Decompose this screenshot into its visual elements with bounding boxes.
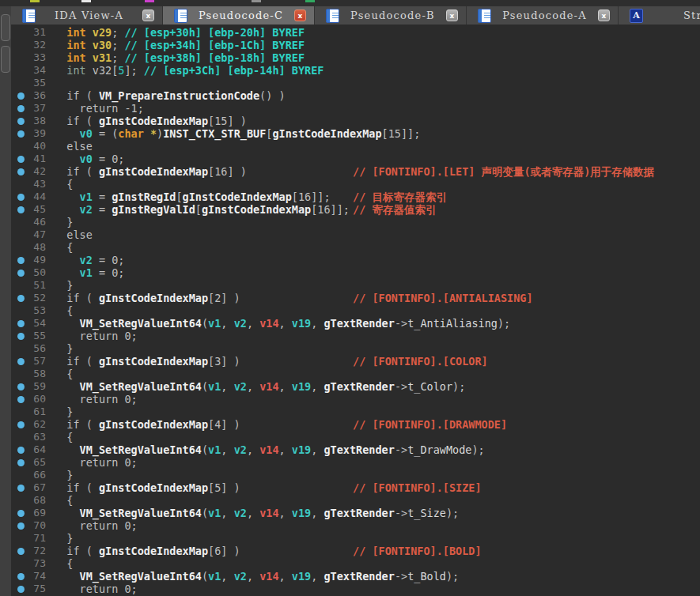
code-line[interactable]: 68 { (11, 494, 700, 507)
tab-pseudocode-b[interactable]: Pseudocode-Bx (315, 6, 467, 25)
code-line[interactable]: 56 } (11, 342, 700, 355)
code-line[interactable]: 54 VM_SetRegValueInt64(v1, v2, v14, v19,… (11, 317, 700, 330)
code-line[interactable]: 62 if ( gInstCodeIndexMap[4] )// [FONTIN… (11, 418, 700, 431)
code-line[interactable]: 67 if ( gInstCodeIndexMap[5] )// [FONTIN… (11, 481, 700, 494)
code-text[interactable]: } (54, 406, 73, 418)
code-text[interactable]: if ( VM_PrepareInstructionCode() ) (54, 89, 286, 102)
code-text[interactable]: int v32[5]; // [esp+3Ch] [ebp-14h] BYREF (54, 64, 324, 77)
code-text[interactable]: VM_SetRegValueInt64(v1, v2, v14, v19, gT… (54, 317, 510, 330)
code-text[interactable]: if ( gInstCodeIndexMap[5] ) (54, 481, 240, 494)
code-text[interactable]: } (54, 342, 73, 355)
code-text[interactable]: if ( gInstCodeIndexMap[2] ) (54, 292, 240, 304)
code-line[interactable]: 41 v0 = 0; (11, 153, 700, 165)
code-text[interactable]: VM_SetRegValueInt64(v1, v2, v14, v19, gT… (54, 443, 485, 456)
code-line[interactable]: 73 { (11, 557, 700, 570)
code-text[interactable]: } (54, 216, 73, 228)
code-text[interactable]: { (54, 241, 73, 254)
code-line[interactable]: 47 else (11, 228, 700, 241)
code-text[interactable]: return 0; (54, 583, 138, 595)
code-line[interactable]: 75 return 0; (11, 583, 700, 595)
code-line[interactable]: 49 v2 = 0; (11, 254, 700, 266)
code-text[interactable]: VM_SetRegValueInt64(v1, v2, v14, v19, gT… (54, 570, 459, 583)
code-line[interactable]: 70 return 0; (11, 519, 700, 532)
code-text[interactable]: int v31; // [esp+38h] [ebp-18h] BYREF (54, 51, 305, 64)
code-text[interactable]: { (54, 494, 73, 507)
code-line[interactable]: 34 int v32[5]; // [esp+3Ch] [ebp-14h] BY… (11, 64, 700, 77)
code-line[interactable]: 74 VM_SetRegValueInt64(v1, v2, v14, v19,… (11, 570, 700, 583)
tab-close-icon[interactable]: x (142, 9, 154, 21)
code-text[interactable]: v1 = gInstRegId[gInstCodeIndexMap[16]]; (54, 190, 331, 203)
splitter-handle[interactable] (1, 46, 10, 73)
code-text[interactable]: return 0; (54, 393, 138, 406)
code-text[interactable]: VM_SetRegValueInt64(v1, v2, v14, v19, gT… (54, 507, 459, 519)
pseudocode-editor[interactable]: 31 int v29; // [esp+30h] [ebp-20h] BYREF… (11, 25, 700, 596)
code-text[interactable]: } (54, 532, 73, 545)
tab-close-icon[interactable]: x (294, 9, 306, 21)
code-line[interactable]: 69 VM_SetRegValueInt64(v1, v2, v14, v19,… (11, 507, 700, 519)
code-line[interactable]: 53 { (11, 304, 700, 317)
code-line[interactable]: 40 else (11, 140, 700, 153)
code-line[interactable]: 55 return 0; (11, 330, 700, 342)
code-line[interactable]: 63 { (11, 431, 700, 443)
code-line[interactable]: 59 VM_SetRegValueInt64(v1, v2, v14, v19,… (11, 380, 700, 393)
code-line[interactable]: 38 if ( gInstCodeIndexMap[15] ) (11, 115, 700, 127)
code-line[interactable]: 33 int v31; // [esp+38h] [ebp-18h] BYREF (11, 51, 700, 64)
code-text[interactable]: if ( gInstCodeIndexMap[4] ) (54, 418, 240, 431)
code-line[interactable]: 64 VM_SetRegValueInt64(v1, v2, v14, v19,… (11, 443, 700, 456)
code-text[interactable]: else (54, 228, 93, 241)
tab-ida-view-a[interactable]: IDA View-Ax (11, 6, 163, 25)
code-line[interactable]: 71 } (11, 532, 700, 545)
code-text[interactable]: v0 = (char *)INST_CTX_STR_BUF[gInstCodeI… (54, 127, 420, 140)
code-text[interactable]: v0 = 0; (54, 153, 124, 165)
code-line[interactable]: 37 return -1; (11, 102, 700, 115)
code-text[interactable]: v1 = 0; (54, 266, 124, 279)
code-text[interactable]: return 0; (54, 519, 138, 532)
code-text[interactable]: else (54, 140, 93, 153)
tab-pseudocode-a[interactable]: Pseudocode-Ax (467, 6, 619, 25)
code-text[interactable]: int v29; // [esp+30h] [ebp-20h] BYREF (54, 26, 305, 39)
code-line[interactable]: 32 int v30; // [esp+34h] [ebp-1Ch] BYREF (11, 39, 700, 51)
tab-structu[interactable]: AStructu (619, 6, 700, 25)
code-line[interactable]: 35 (11, 77, 700, 89)
code-text[interactable]: { (54, 557, 73, 570)
code-text[interactable]: return 0; (54, 330, 138, 342)
code-text[interactable]: if ( gInstCodeIndexMap[6] ) (54, 545, 240, 557)
code-text[interactable]: if ( gInstCodeIndexMap[3] ) (54, 355, 240, 368)
code-line[interactable]: 66 } (11, 469, 700, 481)
code-line[interactable]: 44 v1 = gInstRegId[gInstCodeIndexMap[16]… (11, 190, 700, 203)
code-line[interactable]: 36 if ( VM_PrepareInstructionCode() ) (11, 89, 700, 102)
code-text[interactable]: return 0; (54, 456, 138, 469)
code-line[interactable]: 58 { (11, 368, 700, 380)
code-text[interactable]: int v30; // [esp+34h] [ebp-1Ch] BYREF (54, 39, 305, 51)
tab-close-icon[interactable]: x (598, 9, 610, 21)
code-line[interactable]: 52 if ( gInstCodeIndexMap[2] )// [FONTIN… (11, 292, 700, 304)
code-line[interactable]: 39 v0 = (char *)INST_CTX_STR_BUF[gInstCo… (11, 127, 700, 140)
code-text[interactable]: } (54, 279, 73, 292)
code-line[interactable]: 57 if ( gInstCodeIndexMap[3] )// [FONTIN… (11, 355, 700, 368)
code-text[interactable]: return -1; (54, 102, 144, 115)
code-line[interactable]: 50 v1 = 0; (11, 266, 700, 279)
splitter-handle[interactable] (1, 14, 10, 41)
code-line[interactable]: 46 } (11, 216, 700, 228)
tab-close-icon[interactable]: x (446, 9, 458, 21)
code-text[interactable]: v2 = 0; (54, 254, 124, 266)
code-line[interactable]: 48 { (11, 241, 700, 254)
code-text[interactable]: if ( gInstCodeIndexMap[16] ) (54, 165, 247, 178)
code-text[interactable]: { (54, 431, 73, 443)
code-line[interactable]: 43 { (11, 178, 700, 190)
code-line[interactable]: 72 if ( gInstCodeIndexMap[6] )// [FONTIN… (11, 545, 700, 557)
code-line[interactable]: 61 } (11, 406, 700, 418)
code-line[interactable]: 45 v2 = gInstRegValId[gInstCodeIndexMap[… (11, 203, 700, 216)
code-line[interactable]: 42 if ( gInstCodeIndexMap[16] )// [FONTI… (11, 165, 700, 178)
code-text[interactable]: if ( gInstCodeIndexMap[15] ) (54, 115, 247, 127)
code-text[interactable]: { (54, 178, 73, 190)
code-text[interactable]: } (54, 469, 73, 481)
code-line[interactable]: 65 return 0; (11, 456, 700, 469)
code-text[interactable]: { (54, 368, 73, 380)
code-line[interactable]: 31 int v29; // [esp+30h] [ebp-20h] BYREF (11, 26, 700, 39)
code-line[interactable]: 60 return 0; (11, 393, 700, 406)
code-line[interactable]: 51 } (11, 279, 700, 292)
tab-pseudocode-c[interactable]: Pseudocode-Cx (163, 6, 315, 25)
code-text[interactable]: { (54, 304, 73, 317)
code-text[interactable]: VM_SetRegValueInt64(v1, v2, v14, v19, gT… (54, 380, 465, 393)
